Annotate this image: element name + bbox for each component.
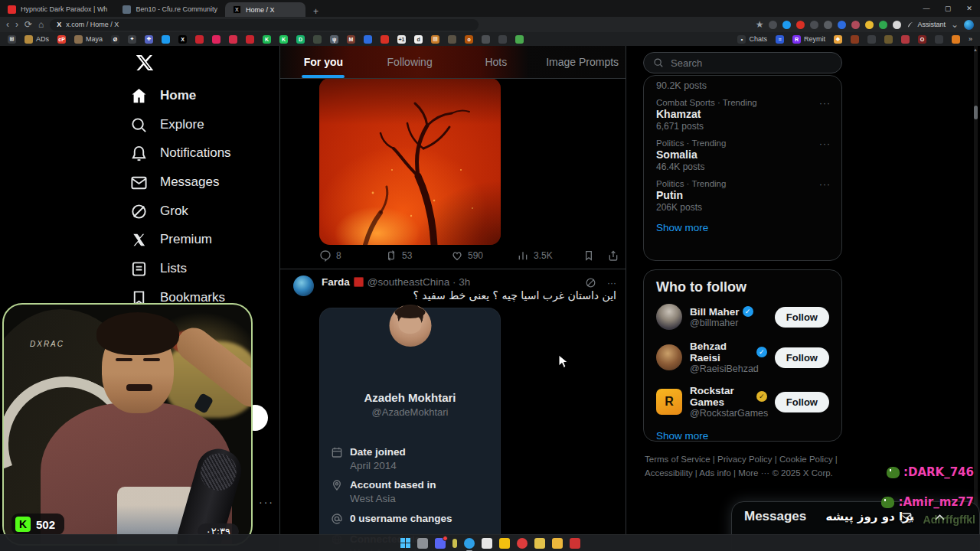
white-ext[interactable]: [893, 21, 901, 29]
chats-icon[interactable]: •Chats: [737, 35, 767, 44]
kick-bm-1[interactable]: K: [263, 35, 271, 44]
sticky-notes-icon[interactable]: [499, 538, 510, 549]
file-explorer-icon[interactable]: [552, 538, 563, 549]
media-app-icon[interactable]: [517, 538, 528, 549]
trend-more-icon[interactable]: ···: [819, 139, 831, 149]
pin-red-icon[interactable]: [901, 35, 910, 44]
blue2-ext[interactable]: [838, 21, 846, 29]
follow-button[interactable]: Follow: [775, 307, 829, 328]
sidebar-item-messages[interactable]: Messages: [130, 171, 219, 194]
post-more-icon[interactable]: ···: [607, 278, 616, 289]
orange-red[interactable]: [381, 35, 389, 44]
post-author-avatar[interactable]: [293, 276, 314, 296]
scrollbar-track[interactable]: [974, 46, 978, 551]
screenshot-ext[interactable]: [769, 21, 777, 29]
tab-for-you[interactable]: For you: [280, 46, 367, 78]
reply-button[interactable]: 8: [319, 249, 385, 262]
tray-small-icon[interactable]: [452, 539, 457, 548]
volume-ext[interactable]: [810, 21, 818, 29]
o-red-icon[interactable]: O: [918, 35, 926, 44]
browser-tab-1[interactable]: Hypnotic Dark Paradox | Wh: [0, 2, 115, 17]
red-app-icon[interactable]: [570, 538, 580, 549]
post-author-handle[interactable]: @southeastChina · 3h: [368, 276, 471, 288]
chevron-down-icon[interactable]: ⌄: [951, 18, 959, 31]
overlay-more-icon[interactable]: ···: [259, 496, 274, 508]
orange-circle-icon[interactable]: [952, 35, 960, 44]
trend-item[interactable]: Combat Sports · Trending Khamzat 6,671 p…: [644, 91, 841, 132]
sidebar-item-lists[interactable]: Lists: [130, 257, 187, 280]
folder-ads[interactable]: ADs: [24, 35, 49, 44]
scrollbar-thumb[interactable]: [974, 106, 978, 119]
sidebar-item-grok[interactable]: Grok: [130, 200, 188, 223]
address-bar[interactable]: X x.com / Home / X: [50, 19, 479, 31]
red-dot-2[interactable]: [212, 35, 220, 44]
scrollbar-up-arrow[interactable]: ▲: [973, 47, 978, 52]
dim-2[interactable]: [448, 35, 456, 44]
home-button[interactable]: ⌂: [38, 18, 44, 31]
trend-item[interactable]: Politics · Trending Putin 206K posts ···: [644, 172, 841, 213]
follow-button[interactable]: Follow: [775, 392, 829, 412]
repost-button[interactable]: 53: [385, 249, 451, 262]
sidebar-item-home[interactable]: Home: [130, 84, 196, 107]
reymit-icon[interactable]: RReymit: [792, 35, 825, 44]
trends-show-more[interactable]: Show more: [644, 213, 841, 243]
discord-icon[interactable]: [435, 538, 446, 549]
apps-grid-icon[interactable]: ⊞: [8, 35, 16, 44]
red-dot-3[interactable]: [229, 35, 237, 44]
o-icon[interactable]: o: [465, 35, 473, 44]
tab-following[interactable]: Following: [367, 46, 453, 78]
follow-suggestion[interactable]: R Rockstar Games✓ @RockstarGames Follow: [644, 380, 841, 424]
trend-more-icon[interactable]: ···: [819, 179, 831, 190]
dim-1[interactable]: [313, 35, 322, 44]
trend-more-icon[interactable]: ···: [819, 98, 831, 109]
profile-avatar[interactable]: [964, 20, 974, 30]
dim-r1[interactable]: [867, 35, 876, 44]
m-icon[interactable]: M: [347, 35, 355, 44]
d-icon[interactable]: D: [296, 35, 305, 44]
x-bm-icon[interactable]: X: [178, 35, 187, 44]
views-button[interactable]: 3.5K: [517, 249, 583, 262]
gray-ext[interactable]: [824, 21, 832, 29]
sidebar-item-explore[interactable]: Explore: [130, 113, 204, 136]
grok-bm-icon[interactable]: Ø: [111, 35, 119, 44]
lines-blue-icon[interactable]: ≡: [776, 35, 784, 44]
stripe-icon[interactable]: ▨: [431, 35, 439, 44]
plus-bm-icon[interactable]: ✚: [145, 35, 153, 44]
grok-actions-icon[interactable]: [585, 277, 596, 289]
follow-button[interactable]: Follow: [775, 347, 829, 368]
blue-dot[interactable]: [162, 35, 170, 44]
maximize-button[interactable]: ▢: [937, 0, 959, 17]
browser-tab-active[interactable]: X Home / X: [225, 2, 305, 17]
browser-tab-2[interactable]: Ben10 - Cfu.re Community: [115, 2, 225, 17]
new-tab-button[interactable]: +: [305, 6, 326, 17]
forward-button[interactable]: ›: [15, 18, 18, 31]
record-ext[interactable]: [796, 21, 805, 29]
book-icon[interactable]: [851, 35, 859, 44]
wtf-show-more[interactable]: Show more: [644, 424, 841, 442]
sidebar-item-notifications[interactable]: Notifications: [130, 142, 231, 165]
psi-icon[interactable]: ψ: [330, 35, 338, 44]
green-b[interactable]: [515, 35, 524, 44]
trend-item[interactable]: Politics · Trending Somalia 46.4K posts …: [644, 132, 841, 172]
maya-icon[interactable]: Maya: [74, 35, 103, 44]
task-view-button[interactable]: [417, 538, 428, 549]
doc-app-icon[interactable]: [534, 538, 545, 549]
blue-2[interactable]: [364, 35, 372, 44]
red-dot-1[interactable]: [195, 35, 204, 44]
plus1-icon[interactable]: +1: [397, 35, 406, 44]
yellow-ext[interactable]: [865, 21, 874, 29]
post-author-name[interactable]: Farda: [322, 276, 350, 288]
back-button[interactable]: ‹: [6, 18, 9, 31]
active-app-icon[interactable]: [464, 538, 475, 549]
bookmarks-overflow-button[interactable]: »: [969, 35, 972, 43]
post-media-fire-image[interactable]: [319, 78, 501, 245]
drop-icon[interactable]: ◆: [834, 35, 842, 44]
like-button[interactable]: 590: [451, 249, 517, 262]
dim-3[interactable]: [482, 35, 490, 44]
search-input[interactable]: Search: [643, 52, 842, 73]
assistant-button[interactable]: Assistant: [906, 21, 946, 28]
sidebar-item-premium[interactable]: Premium: [130, 228, 212, 251]
x-logo[interactable]: [136, 54, 154, 72]
white-app-icon[interactable]: [482, 538, 492, 549]
tab-hots[interactable]: Hots: [453, 46, 540, 78]
